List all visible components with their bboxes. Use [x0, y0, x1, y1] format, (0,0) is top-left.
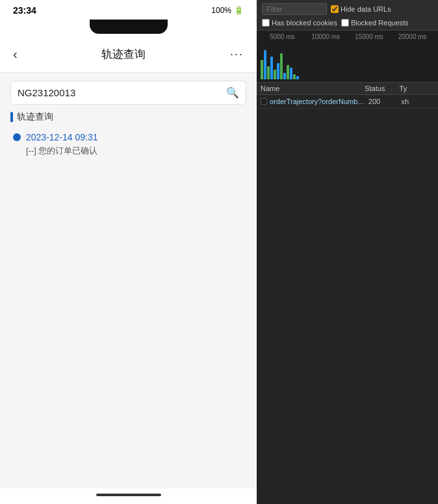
row-name: orderTrajectory?orderNumber=N...: [270, 98, 368, 105]
blocked-cookies-checkbox[interactable]: [262, 19, 270, 27]
header-title: 轨迹查询: [101, 47, 146, 62]
home-indicator: [96, 494, 161, 496]
status-time: 23:34: [13, 5, 36, 16]
section-title: 轨迹查询: [17, 111, 53, 123]
notch: [90, 20, 168, 34]
timeline-bar: [274, 70, 276, 79]
back-button[interactable]: ‹: [10, 44, 20, 64]
timeline-labels: 5000 ms 10000 ms 15000 ms 20000 ms: [257, 33, 438, 40]
search-icon[interactable]: 🔍: [226, 86, 239, 99]
status-right: 100% 🔋: [211, 6, 244, 15]
filter-input[interactable]: [262, 3, 327, 15]
timeline-description: [--] 您的订单已确认: [13, 145, 246, 157]
home-bar: [0, 488, 257, 504]
col-header-type: Ty: [400, 85, 434, 92]
more-button[interactable]: ···: [227, 45, 246, 64]
battery-percent: 100%: [211, 6, 231, 15]
hide-data-urls-checkbox[interactable]: [331, 5, 339, 13]
blocked-requests-label[interactable]: Blocked Requests: [341, 19, 409, 27]
timeline-date-text: 2023-12-14 09:31: [26, 132, 98, 142]
devtools-panel: Hide data URLs Has blocked cookies Block…: [257, 0, 438, 504]
timeline-bar: [280, 53, 283, 79]
search-bar[interactable]: NG23120013 🔍: [10, 81, 246, 105]
devtools-toolbar: Hide data URLs Has blocked cookies Block…: [257, 0, 438, 31]
timeline-label-4: 20000 ms: [391, 33, 434, 40]
col-header-status: Status: [365, 85, 399, 92]
timeline-dot: [13, 133, 21, 141]
timeline-label-1: 5000 ms: [261, 33, 304, 40]
status-bar: 23:34 100% 🔋: [0, 0, 257, 18]
timeline-label-2: 10000 ms: [304, 33, 348, 40]
hide-data-urls-text: Hide data URLs: [341, 5, 391, 13]
timeline-bar: [270, 57, 273, 79]
timeline-bar: [287, 65, 289, 79]
hide-data-urls-label[interactable]: Hide data URLs: [331, 5, 391, 13]
row-status: 200: [368, 98, 402, 105]
timeline-bar: [264, 50, 266, 79]
app-content: NG23120013 🔍 轨迹查询 2023-12-14 09:31 [--] …: [0, 73, 257, 488]
timeline-bar: [261, 60, 263, 79]
blocked-requests-checkbox[interactable]: [341, 19, 349, 27]
battery-icon: 🔋: [234, 6, 244, 15]
timeline-label-3: 15000 ms: [348, 33, 391, 40]
timeline-date-row: 2023-12-14 09:31: [13, 132, 246, 142]
section-label: 轨迹查询: [10, 111, 246, 123]
app-header: ‹ 轨迹查询 ···: [0, 36, 257, 73]
timeline-bar: [267, 66, 270, 79]
blocked-cookies-label[interactable]: Has blocked cookies: [262, 19, 337, 27]
timeline-chart: 5000 ms 10000 ms 15000 ms 20000 ms: [257, 31, 438, 83]
network-table-header: Name Status Ty: [257, 83, 438, 95]
row-color-box: [261, 98, 267, 105]
search-value: NG23120013: [18, 87, 221, 98]
timeline-bar: [283, 73, 286, 79]
timeline-bar: [290, 68, 292, 79]
timeline-item: 2023-12-14 09:31 [--] 您的订单已确认: [10, 129, 246, 159]
timeline-bars: [261, 45, 434, 79]
blocked-requests-text: Blocked Requests: [351, 19, 409, 27]
section-bar-indicator: [10, 112, 13, 122]
timeline-bar: [277, 63, 279, 79]
phone-container: 23:34 100% 🔋 ‹ 轨迹查询 ··· NG23120013 🔍 轨迹查…: [0, 0, 257, 504]
col-header-name: Name: [261, 85, 365, 92]
table-row[interactable]: orderTrajectory?orderNumber=N... 200 xh: [257, 95, 438, 109]
row-type: xh: [401, 98, 434, 105]
blocked-cookies-text: Has blocked cookies: [272, 19, 337, 27]
notch-bar: [0, 18, 257, 36]
timeline-bar: [293, 74, 296, 79]
timeline-bar: [296, 76, 299, 79]
